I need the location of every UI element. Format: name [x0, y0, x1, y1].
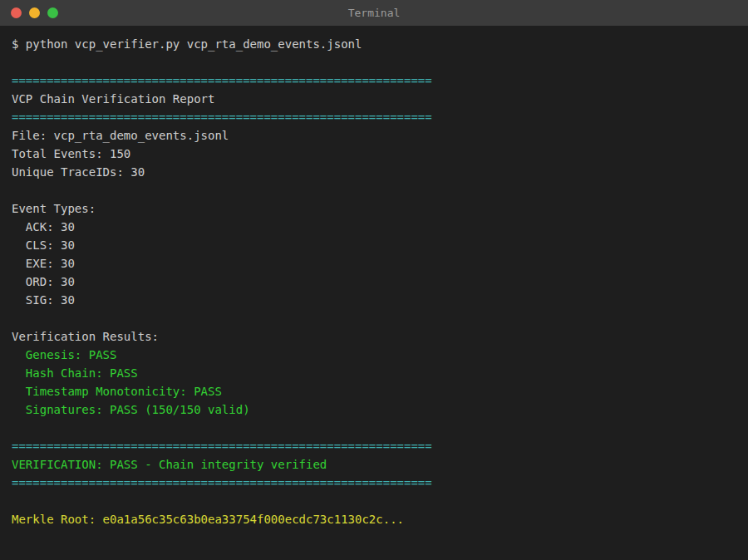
terminal-line-event-type-sig: SIG: 30	[12, 291, 736, 309]
terminal-line-results-header: Verification Results:	[12, 327, 736, 346]
terminal-line-separator: ========================================…	[12, 437, 736, 455]
terminal-line-total-events: Total Events: 150	[12, 145, 736, 163]
window-title: Terminal	[0, 7, 748, 19]
terminal-line-event-type-exe: EXE: 30	[12, 254, 736, 273]
terminal-line-report-title: VCP Chain Verification Report	[12, 90, 736, 108]
terminal-line-file: File: vcp_rta_demo_events.jsonl	[12, 126, 736, 145]
terminal-line-event-types-header: Event Types:	[12, 199, 736, 218]
terminal-line-timestamp-pass: Timestamp Monotonicity: PASS	[12, 382, 736, 400]
terminal-line-separator: ========================================…	[12, 108, 736, 126]
terminal-line-separator: ========================================…	[12, 71, 736, 90]
terminal-line-event-type-cls: CLS: 30	[12, 236, 736, 254]
terminal-screen[interactable]: $ python vcp_verifier.py vcp_rta_demo_ev…	[0, 26, 748, 560]
terminal-line-hash-chain-pass: Hash Chain: PASS	[12, 364, 736, 382]
maximize-button[interactable]	[47, 7, 58, 18]
terminal-line-merkle-root: Merkle Root: e0a1a56c35c63b0ea33754f000e…	[12, 510, 736, 528]
terminal-line-separator: ========================================…	[12, 474, 736, 492]
terminal-line-signatures-pass: Signatures: PASS (150/150 valid)	[12, 400, 736, 419]
terminal-line-blank	[12, 419, 736, 437]
terminal-line-verification-pass: VERIFICATION: PASS - Chain integrity ver…	[12, 455, 736, 474]
traffic-lights	[0, 7, 58, 18]
terminal-line-event-type-ord: ORD: 30	[12, 273, 736, 291]
terminal-line-blank	[12, 492, 736, 510]
terminal-line-genesis-pass: Genesis: PASS	[12, 346, 736, 364]
terminal-line-command: $ python vcp_verifier.py vcp_rta_demo_ev…	[12, 35, 736, 53]
terminal-line-unique-traceids: Unique TraceIDs: 30	[12, 163, 736, 181]
terminal-window: Terminal $ python vcp_verifier.py vcp_rt…	[0, 0, 748, 560]
terminal-line-event-type-ack: ACK: 30	[12, 218, 736, 236]
terminal-line-blank	[12, 181, 736, 199]
close-button[interactable]	[11, 7, 22, 18]
terminal-line-blank	[12, 309, 736, 327]
terminal-line-blank	[12, 53, 736, 71]
titlebar[interactable]: Terminal	[0, 0, 748, 26]
minimize-button[interactable]	[29, 7, 40, 18]
